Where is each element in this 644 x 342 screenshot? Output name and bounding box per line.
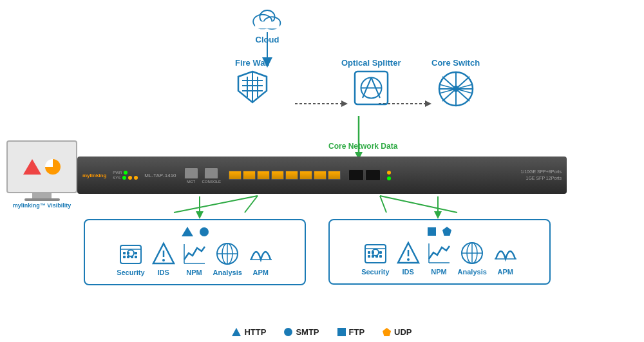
svg-line-13 (380, 196, 457, 213)
right-box-square (428, 227, 436, 236)
svg-rect-40 (120, 245, 141, 263)
coreswitch-label: Core Switch (431, 58, 480, 68)
analysis-icon-right (460, 241, 484, 265)
left-box: Security IDS NPM (84, 219, 306, 285)
svg-rect-46 (127, 256, 129, 258)
svg-marker-4 (425, 100, 431, 107)
svg-rect-19 (255, 21, 279, 28)
firewall-group: Fire Wall (235, 58, 270, 106)
right-analysis-item: Analysis (458, 241, 487, 276)
ids-icon-left (151, 242, 176, 266)
npm-label-right: NPM (431, 268, 446, 276)
left-box-triangle (182, 227, 193, 236)
right-ids-item: IDS (396, 241, 421, 276)
npm-icon-left (182, 242, 207, 266)
left-ids-item: IDS (151, 242, 176, 276)
svg-rect-64 (372, 251, 374, 254)
device-right-label: 1/10GE SFP+8Ports 1GE SFP 12Ports (520, 169, 562, 182)
right-box-pentagon (442, 227, 451, 236)
svg-point-52 (162, 259, 165, 261)
svg-rect-48 (135, 252, 137, 254)
security-icon-left (118, 242, 143, 266)
core-network-data-label: Core Network Data (328, 142, 397, 151)
npm-label-left: NPM (186, 269, 202, 276)
svg-line-11 (174, 196, 258, 213)
apm-label-left: APM (253, 269, 269, 276)
svg-line-12 (245, 196, 258, 213)
apm-label-right: APM (498, 268, 513, 276)
device-box: mylinking PWR SYS ML-TAP-1410 MGT CONSOL (77, 157, 567, 194)
splitter-icon (354, 70, 389, 106)
device-brand: mylinking (82, 173, 106, 178)
npm-icon-right (427, 241, 451, 265)
legend-ftp: FTP (337, 327, 365, 337)
monitor-group: mylinking™ Visibility (6, 140, 77, 209)
firewall-icon (237, 70, 268, 104)
apm-icon-right (493, 241, 518, 265)
firewall-label: Fire Wall (235, 58, 270, 68)
cloud-icon (248, 5, 287, 31)
svg-rect-60 (365, 245, 386, 263)
svg-rect-49 (135, 256, 137, 258)
svg-rect-66 (372, 255, 374, 258)
diagram-container: Cloud Fire Wall Optical Splitter Core Sw… (0, 0, 644, 342)
ids-label-left: IDS (157, 269, 169, 276)
left-security-item: Security (117, 242, 144, 276)
apm-icon-left (249, 242, 273, 266)
ids-icon-right (396, 241, 421, 265)
legend-http: HTTP (232, 327, 266, 337)
cloud-group: Cloud (248, 5, 287, 44)
coreswitch-group: Core Switch (431, 58, 480, 110)
legend-smtp: SMTP (284, 327, 319, 337)
device-model: ML-TAP-1410 (144, 173, 176, 178)
svg-marker-8 (196, 211, 204, 219)
analysis-label-right: Analysis (458, 268, 487, 276)
svg-rect-45 (123, 256, 126, 258)
splitter-label: Optical Splitter (341, 58, 401, 68)
svg-rect-65 (368, 255, 370, 258)
svg-line-14 (380, 196, 386, 213)
security-icon-right (363, 241, 388, 265)
left-apm-item: APM (249, 242, 273, 276)
coreswitch-icon (437, 70, 475, 108)
analysis-label-left: Analysis (213, 269, 242, 276)
left-npm-item: NPM (182, 242, 207, 276)
svg-rect-47 (131, 256, 133, 258)
right-box: Security IDS NPM (328, 219, 551, 285)
right-npm-item: NPM (427, 241, 451, 276)
legend-udp: UDP (383, 327, 412, 337)
right-apm-item: APM (493, 241, 518, 276)
svg-point-72 (407, 258, 410, 261)
svg-marker-10 (434, 211, 442, 219)
svg-point-39 (453, 86, 459, 92)
cloud-label: Cloud (248, 35, 287, 44)
security-label-left: Security (117, 269, 144, 276)
monitor-label: mylinking™ Visibility (6, 202, 77, 209)
svg-rect-44 (127, 252, 129, 254)
ids-label-right: IDS (402, 268, 413, 276)
svg-rect-43 (123, 252, 126, 254)
left-box-circle (200, 227, 209, 236)
left-analysis-item: Analysis (213, 242, 242, 276)
svg-rect-69 (379, 255, 382, 258)
analysis-icon-left (215, 242, 240, 266)
svg-rect-63 (368, 251, 370, 254)
security-label-right: Security (361, 268, 389, 276)
svg-rect-67 (375, 255, 378, 258)
splitter-group: Optical Splitter (341, 58, 401, 108)
legend-section: HTTP SMTP FTP UDP (0, 327, 644, 337)
right-security-item: Security (361, 241, 389, 276)
svg-rect-68 (379, 251, 382, 254)
